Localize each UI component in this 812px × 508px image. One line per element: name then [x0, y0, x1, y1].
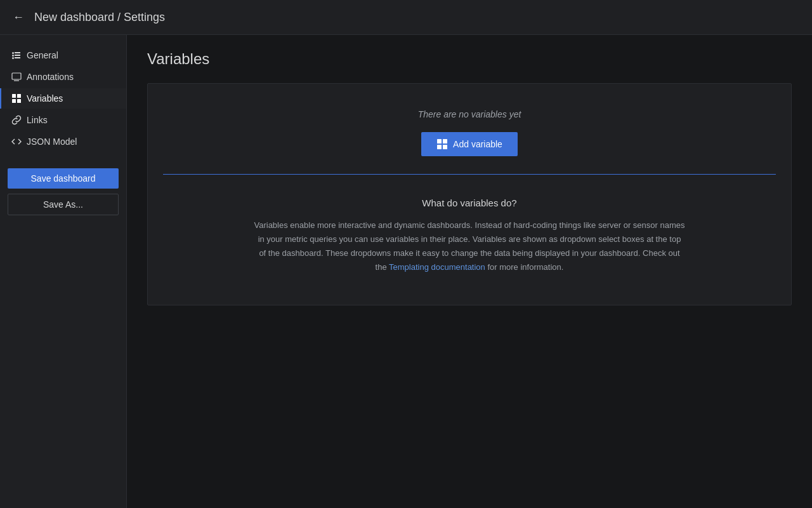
- code-icon: [11, 137, 22, 147]
- svg-rect-11: [437, 139, 442, 144]
- sidebar-item-json-model-label: JSON Model: [27, 137, 77, 147]
- svg-rect-14: [443, 145, 447, 149]
- sidebar-buttons: Save dashboard Save As...: [0, 168, 126, 215]
- svg-point-5: [12, 57, 14, 59]
- svg-rect-0: [15, 52, 20, 53]
- svg-rect-1: [15, 55, 20, 56]
- sidebar-item-annotations-label: Annotations: [27, 72, 74, 82]
- svg-rect-8: [17, 94, 21, 98]
- sidebar-item-annotations[interactable]: Annotations: [0, 67, 126, 87]
- info-section: What do variables do? Variables enable m…: [254, 192, 685, 279]
- main-layout: General Annotations Variab: [0, 35, 812, 508]
- add-variable-label: Add variable: [453, 139, 502, 149]
- info-text-part2: for more information.: [485, 262, 564, 272]
- save-as-button[interactable]: Save As...: [8, 194, 119, 215]
- main-content: Variables There are no variables yet Add…: [127, 35, 812, 508]
- svg-rect-9: [12, 99, 16, 103]
- templating-docs-link[interactable]: Templating documentation: [389, 262, 485, 272]
- info-text: Variables enable more interactive and dy…: [254, 218, 685, 274]
- variables-panel: There are no variables yet Add variable: [147, 83, 792, 305]
- add-variable-button[interactable]: Add variable: [421, 132, 518, 156]
- svg-rect-7: [12, 94, 16, 98]
- save-dashboard-button[interactable]: Save dashboard: [8, 168, 119, 189]
- sidebar: General Annotations Variab: [0, 35, 127, 508]
- svg-point-4: [12, 55, 14, 57]
- svg-rect-2: [15, 57, 20, 58]
- header-title: New dashboard / Settings: [34, 11, 165, 24]
- sidebar-item-general[interactable]: General: [0, 45, 126, 65]
- sliders-icon: [11, 50, 22, 60]
- sidebar-item-general-label: General: [27, 50, 58, 60]
- annotations-icon: [11, 72, 22, 82]
- header: ← New dashboard / Settings: [0, 0, 812, 35]
- sidebar-item-links[interactable]: Links: [0, 110, 126, 130]
- empty-state: There are no variables yet Add variable: [163, 109, 776, 279]
- svg-rect-13: [437, 145, 442, 149]
- back-button[interactable]: ←: [10, 8, 27, 27]
- svg-rect-12: [443, 139, 447, 144]
- svg-point-3: [12, 52, 14, 54]
- page-title: Variables: [147, 50, 792, 68]
- sidebar-item-links-label: Links: [27, 115, 48, 125]
- sidebar-item-json-model[interactable]: JSON Model: [0, 131, 126, 152]
- sidebar-item-variables-label: Variables: [27, 93, 63, 104]
- svg-rect-10: [17, 99, 21, 103]
- add-variable-icon: [436, 138, 448, 150]
- link-icon: [11, 115, 22, 125]
- svg-rect-6: [12, 73, 21, 79]
- back-icon: ←: [13, 11, 24, 24]
- sidebar-item-variables[interactable]: Variables: [0, 88, 126, 109]
- variables-icon: [11, 93, 22, 104]
- divider: [163, 174, 776, 175]
- info-title: What do variables do?: [254, 197, 685, 208]
- empty-state-text: There are no variables yet: [418, 109, 521, 119]
